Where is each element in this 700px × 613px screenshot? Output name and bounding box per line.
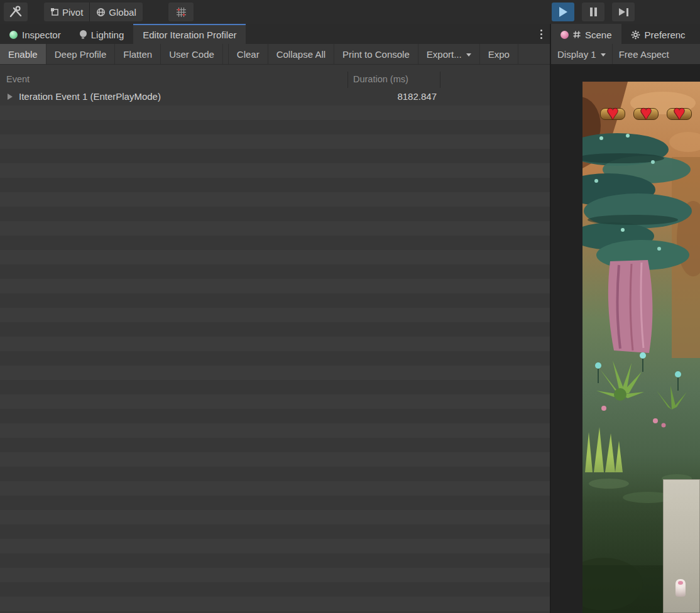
dropdown-arrow-icon [601, 53, 606, 57]
main-toolbar: Pivot Global [0, 0, 700, 24]
play-button[interactable] [552, 3, 574, 21]
tab-preferences[interactable]: Preferenc [621, 24, 695, 44]
game-view-panel: ♥ ♥ ♥ [551, 64, 700, 613]
tab-inspector[interactable]: Inspector [0, 24, 70, 44]
pane-menu-icon[interactable] [533, 24, 550, 44]
global-label: Global [109, 7, 136, 18]
collapse-all-button[interactable]: Collapse All [268, 44, 334, 64]
profiler-table-header: Event Duration (ms) [0, 72, 550, 88]
table-empty-rows [0, 106, 550, 613]
event-duration: 8182.847 [347, 91, 437, 102]
table-row[interactable]: Iteration Event 1 (EnterPlayMode) 8182.8… [0, 89, 550, 104]
deep-profile-button[interactable]: Deep Profile [46, 44, 116, 64]
right-dock-tabstrip: Scene Preferenc [551, 24, 700, 44]
column-divider[interactable] [440, 72, 440, 88]
left-dock-tabstrip: Inspector Lighting Editor Iteration Prof… [0, 24, 550, 44]
playmode-controls [552, 3, 635, 21]
lightbulb-icon [80, 30, 87, 37]
print-to-console-button[interactable]: Print to Console [334, 44, 418, 64]
tab-editor-iteration-profiler[interactable]: Editor Iteration Profiler [133, 24, 246, 44]
tab-scene[interactable]: Scene [551, 24, 621, 44]
tab-lighting[interactable]: Lighting [70, 24, 134, 44]
scene-grid-icon [573, 31, 581, 38]
gear-icon [631, 30, 640, 40]
grid-snap-icon [176, 7, 187, 18]
tab-label: Preferenc [645, 30, 686, 40]
pivot-icon [50, 8, 59, 16]
export-button-clipped[interactable]: Expo [480, 44, 518, 64]
heart-icon: ♥ [599, 103, 626, 124]
column-divider[interactable] [347, 72, 348, 88]
foldout-triangle-icon[interactable] [8, 94, 13, 100]
step-icon [619, 8, 628, 16]
heart-icon: ♥ [665, 103, 693, 124]
aspect-dropdown[interactable]: Free Aspect [612, 44, 675, 64]
pause-button[interactable] [582, 3, 604, 21]
display-dropdown[interactable]: Display 1 [551, 44, 612, 64]
event-name: Iteration Event 1 (EnterPlayMode) [19, 91, 161, 102]
inspector-icon [9, 31, 18, 39]
global-toggle[interactable]: Global [89, 3, 142, 21]
heart-icon: ♥ [632, 103, 660, 124]
user-code-button[interactable]: User Code [161, 44, 223, 64]
grid-snapping-button[interactable] [168, 3, 194, 21]
game-viewport: ♥ ♥ ♥ [582, 82, 700, 613]
health-hearts: ♥ ♥ ♥ [599, 103, 693, 124]
pause-icon [590, 8, 597, 16]
tools-icon [9, 6, 23, 18]
pivot-global-group: Pivot Global [44, 3, 143, 21]
column-header-duration[interactable]: Duration (ms) [353, 74, 408, 84]
clear-button[interactable]: Clear [228, 44, 268, 64]
step-button[interactable] [612, 3, 635, 21]
scene-icon [561, 31, 569, 39]
profiler-toolbar: Enable Deep Profile Flatten User Code Cl… [0, 44, 550, 65]
game-character-sprite [675, 579, 686, 597]
export-dropdown[interactable]: Export... [418, 44, 480, 64]
flatten-button[interactable]: Flatten [115, 44, 161, 64]
transform-tools-button[interactable] [4, 3, 28, 21]
unity-editor-window: Pivot Global [0, 0, 700, 613]
play-icon [559, 7, 567, 17]
tab-label: Editor Iteration Profiler [143, 30, 236, 40]
pivot-label: Pivot [62, 7, 83, 18]
dropdown-arrow-icon [466, 53, 471, 57]
tab-label: Inspector [22, 30, 61, 40]
tab-label: Scene [585, 30, 612, 40]
game-view-toolbar: Display 1 Free Aspect [551, 44, 700, 65]
global-icon [96, 8, 106, 17]
enable-button[interactable]: Enable [0, 44, 46, 64]
pivot-toggle[interactable]: Pivot [44, 3, 89, 21]
column-header-event[interactable]: Event [6, 74, 30, 84]
tab-label: Lighting [91, 30, 124, 40]
